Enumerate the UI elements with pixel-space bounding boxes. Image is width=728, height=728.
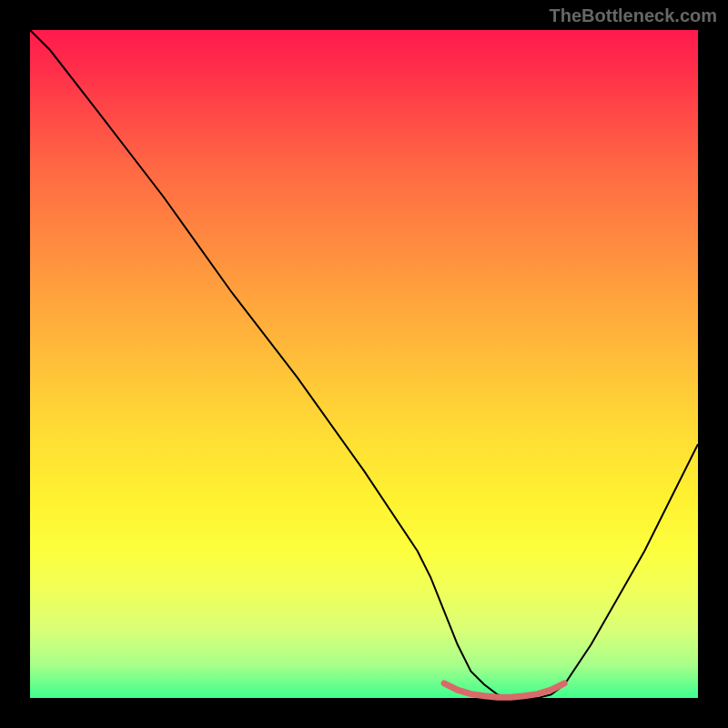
chart-svg [30,30,698,698]
bottleneck-curve [30,30,698,698]
watermark-text: TheBottleneck.com [550,5,717,26]
